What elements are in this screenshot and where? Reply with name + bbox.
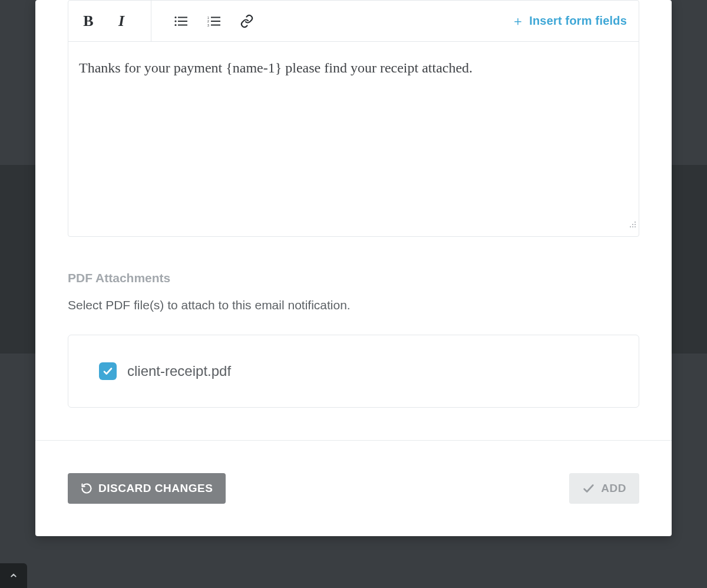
discard-changes-button[interactable]: DISCARD CHANGES — [68, 473, 226, 504]
svg-point-16 — [632, 226, 633, 227]
attachment-row: client-receipt.pdf — [99, 362, 608, 380]
add-label: ADD — [601, 482, 626, 495]
toolbar-divider — [151, 1, 151, 42]
plus-icon: ＋ — [511, 15, 524, 28]
svg-point-0 — [174, 16, 176, 18]
svg-point-15 — [630, 226, 631, 227]
corner-widget[interactable] — [0, 563, 27, 588]
card-footer: DISCARD CHANGES ADD — [35, 440, 672, 536]
link-button[interactable] — [239, 13, 255, 29]
expand-icon — [8, 570, 19, 581]
svg-point-13 — [632, 224, 633, 225]
bold-button[interactable]: B — [80, 13, 97, 29]
svg-rect-7 — [211, 16, 220, 18]
svg-point-2 — [174, 20, 176, 22]
resize-grip-icon — [628, 220, 636, 228]
check-icon — [103, 366, 113, 376]
attachment-file-name: client-receipt.pdf — [127, 363, 231, 379]
attachments-box: client-receipt.pdf — [68, 335, 639, 408]
svg-point-17 — [635, 226, 636, 227]
pdf-attachments-help: Select PDF file(s) to attach to this ema… — [68, 298, 639, 312]
editor-toolbar: B I — [68, 1, 639, 42]
editor-content-area[interactable]: Thanks for your payment {name-1} please … — [68, 42, 639, 236]
attachment-checkbox[interactable] — [99, 362, 117, 380]
editor-text: Thanks for your payment {name-1} please … — [79, 60, 473, 75]
editor-card: B I — [35, 0, 672, 536]
italic-button[interactable]: I — [113, 13, 130, 29]
insert-form-fields-button[interactable]: ＋ Insert form fields — [511, 14, 627, 28]
resize-handle[interactable] — [628, 214, 636, 234]
rich-text-editor: B I — [68, 0, 639, 237]
svg-text:1: 1 — [207, 16, 209, 19]
svg-point-14 — [635, 224, 636, 225]
svg-rect-5 — [178, 24, 187, 25]
discard-changes-label: DISCARD CHANGES — [98, 482, 213, 495]
list-numbers-icon: 1 2 3 — [207, 16, 220, 27]
pdf-attachments-heading: PDF Attachments — [68, 271, 639, 285]
svg-rect-11 — [211, 24, 220, 25]
card-body: B I — [35, 0, 672, 440]
add-button[interactable]: ADD — [569, 473, 639, 504]
insert-form-fields-label: Insert form fields — [529, 14, 627, 28]
undo-icon — [81, 483, 92, 494]
svg-point-12 — [635, 222, 636, 223]
svg-point-4 — [174, 24, 176, 25]
svg-rect-1 — [178, 16, 187, 18]
list-bullets-icon — [174, 16, 187, 27]
svg-rect-3 — [178, 21, 187, 22]
numbered-list-button[interactable]: 1 2 3 — [206, 13, 222, 29]
toolbar-left-group: B I — [80, 1, 255, 42]
svg-text:2: 2 — [207, 19, 209, 23]
svg-rect-9 — [211, 21, 220, 22]
check-icon — [582, 482, 595, 495]
bulleted-list-button[interactable] — [173, 13, 189, 29]
link-icon — [240, 14, 254, 28]
svg-text:3: 3 — [207, 23, 209, 27]
